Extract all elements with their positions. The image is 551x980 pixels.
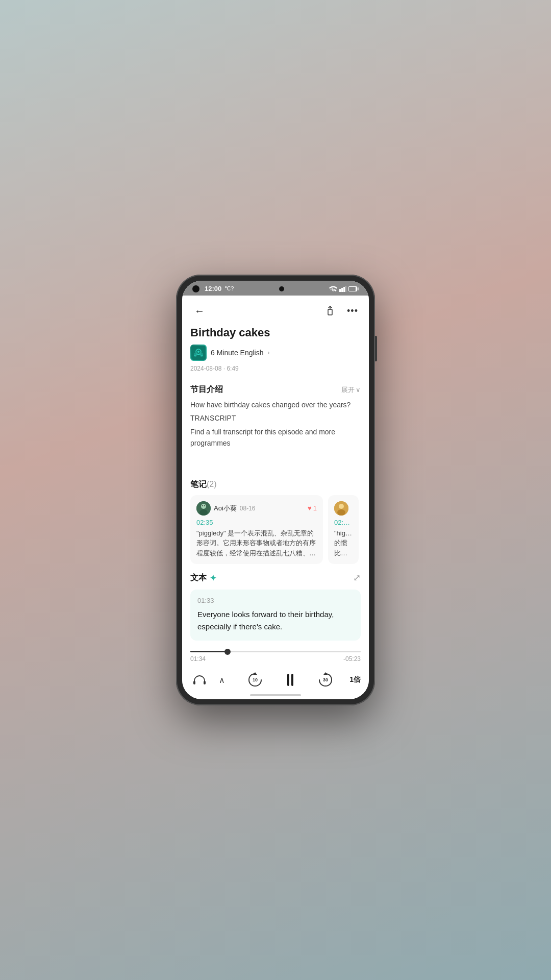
transcript-section: 文本 ✦ ⤢ 01:33 Everyone looks forward to t…: [182, 572, 369, 647]
notes-label: 笔记: [190, 480, 207, 488]
svg-rect-3: [345, 286, 346, 292]
transcript-time: 01:33: [197, 597, 354, 604]
more-icon: •••: [347, 306, 358, 316]
svg-text:10: 10: [253, 677, 258, 682]
back-button[interactable]: ←: [190, 302, 209, 320]
status-left: 12:00 ℃?: [192, 285, 234, 292]
note-header-2: [334, 501, 353, 516]
chevron-up-button[interactable]: ∧: [213, 671, 231, 689]
notes-scroll[interactable]: Aoi小葵 08-16 ♥ 1 02:35 "piggledy" 是一个表示混乱…: [190, 495, 361, 567]
svg-point-20: [337, 509, 345, 516]
status-bar: 12:00 ℃?: [182, 281, 369, 296]
like-count-1: 1: [313, 504, 317, 512]
description-section: 节目介绍 展开 ∨ How have birthday cakes change…: [182, 384, 369, 457]
svg-point-19: [339, 504, 344, 509]
transcript-box: 01:33 Everyone looks forward to their bi…: [190, 590, 361, 641]
control-left: ∧: [190, 671, 231, 689]
note-like-1[interactable]: ♥ 1: [308, 504, 317, 512]
note-avatar-1: [196, 501, 211, 516]
svg-point-14: [201, 504, 206, 509]
headphones-button[interactable]: [190, 671, 209, 689]
speed-label: 1倍: [349, 675, 361, 683]
headphones-icon: [193, 675, 206, 685]
speed-button[interactable]: 1倍: [349, 675, 361, 684]
pause-icon: [287, 674, 293, 686]
share-icon: [325, 305, 335, 316]
status-time: 12:00: [205, 285, 221, 292]
note-header-1: Aoi小葵 08-16 ♥ 1: [196, 501, 317, 516]
podcast-info[interactable]: 6 Minute English ›: [190, 345, 361, 361]
podcast-chevron-icon: ›: [268, 349, 270, 356]
player-progress: 01:34 -05:23: [182, 647, 369, 665]
expand-label: 展开: [341, 385, 355, 395]
description-line-1: How have birthday cakes changed over the…: [190, 399, 361, 410]
current-time: 01:34: [190, 655, 206, 663]
svg-point-17: [204, 505, 205, 506]
ai-sparkle-icon: ✦: [210, 573, 216, 583]
progress-fill: [190, 651, 228, 652]
pause-bar-right: [291, 674, 293, 686]
wifi-icon: [329, 286, 337, 292]
spacer: [182, 457, 369, 479]
status-right: [329, 286, 359, 292]
progress-bar[interactable]: [190, 651, 361, 652]
transcript-label: 文本: [190, 573, 207, 583]
transcript-text: Everyone looks forward to their birthday…: [197, 608, 354, 633]
expand-transcript-button[interactable]: ⤢: [353, 572, 361, 583]
remaining-time: -05:23: [343, 655, 361, 663]
chevron-up-icon: ∧: [219, 675, 225, 685]
svg-point-16: [202, 505, 203, 506]
article-meta: 2024-08-08 · 6:49: [190, 365, 361, 372]
expand-icon: ∨: [356, 386, 361, 394]
share-button[interactable]: [322, 303, 338, 319]
forward-icon: 30: [317, 671, 334, 689]
note-content-1: "piggledy" 是一个表示混乱、杂乱无章的形容词。它用来形容事物或者地方的…: [196, 528, 317, 558]
heart-icon-1: ♥: [308, 504, 312, 512]
podcast-thumb-inner: [190, 345, 207, 361]
note-card-2[interactable]: 02:… "hig…的惯比如…: [328, 495, 359, 565]
phone-screen: 12:00 ℃?: [182, 281, 369, 699]
svg-point-10: [197, 351, 199, 353]
transcript-header: 文本 ✦ ⤢: [190, 572, 361, 583]
notes-count: (2): [207, 480, 217, 488]
svg-rect-22: [204, 681, 206, 684]
progress-thumb: [224, 649, 231, 655]
pause-bar-left: [287, 674, 289, 686]
svg-rect-0: [339, 289, 341, 292]
status-center: [279, 286, 284, 291]
wifi-question: ℃?: [224, 285, 234, 292]
camera-dot: [192, 285, 199, 292]
note-timestamp-1: 02:35: [196, 519, 317, 526]
note-timestamp-2: 02:…: [334, 519, 353, 526]
pause-button[interactable]: [279, 669, 302, 691]
transcript-title: 文本 ✦: [190, 573, 216, 583]
note-username-1: Aoi小葵: [214, 504, 237, 513]
back-arrow-icon: ←: [194, 305, 205, 317]
svg-rect-7: [328, 309, 332, 315]
note-avatar-2: [334, 501, 348, 516]
more-button[interactable]: •••: [344, 303, 361, 319]
battery-icon: [348, 286, 359, 292]
svg-rect-21: [193, 681, 195, 684]
note-card-1[interactable]: Aoi小葵 08-16 ♥ 1 02:35 "piggledy" 是一个表示混乱…: [190, 495, 323, 565]
replay-button[interactable]: 10: [246, 671, 264, 689]
svg-text:30: 30: [323, 677, 328, 682]
signal-icon: [339, 286, 346, 292]
svg-rect-5: [358, 287, 359, 290]
description-text: How have birthday cakes changed over the…: [190, 399, 361, 449]
article-header: Birthday cakes: [182, 324, 369, 384]
podcast-name: 6 Minute English: [211, 349, 264, 357]
description-section-title: 节目介绍: [190, 384, 223, 395]
main-content: ← ••• Birthday cakes: [182, 296, 369, 699]
expand-button[interactable]: 展开 ∨: [341, 385, 361, 395]
progress-times: 01:34 -05:23: [190, 655, 361, 663]
top-nav: ← •••: [182, 296, 369, 324]
svg-rect-2: [343, 287, 345, 292]
notes-section: 笔记(2): [182, 479, 369, 573]
podcast-thumbnail: [190, 345, 207, 361]
phone-frame: 12:00 ℃?: [176, 275, 375, 705]
notes-title: 笔记(2): [190, 479, 361, 490]
note-content-2: "hig…的惯比如…: [334, 528, 353, 558]
replay-icon: 10: [246, 671, 264, 689]
forward-button[interactable]: 30: [316, 671, 335, 689]
